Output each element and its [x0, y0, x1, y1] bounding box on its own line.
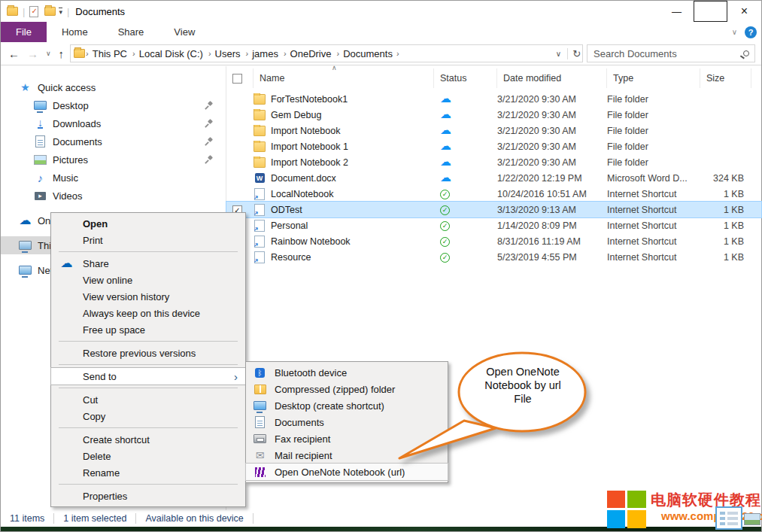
column-header-type[interactable]: Type	[607, 68, 700, 88]
ribbon-collapse-icon[interactable]: ∨	[732, 28, 737, 36]
address-bar[interactable]: › This PC › Local Disk (C:) › Users	[70, 44, 583, 62]
context-menu-item[interactable]	[51, 361, 245, 368]
context-menu-item[interactable]: Always keep on this device	[51, 305, 245, 321]
file-name-cell[interactable]: Resource	[253, 251, 434, 263]
sidebar-item[interactable]: Downloads	[1, 114, 226, 132]
file-row[interactable]: ✓ Resource 5/23/2019 4:55 PM Internet Sh…	[226, 249, 761, 265]
quick-access-toolbar-dropdown-icon[interactable]: ▾	[59, 8, 62, 15]
context-menu-item[interactable]: View version history	[51, 288, 245, 305]
file-row[interactable]: ✓ Rainbow Notebook 8/31/2016 11:19 AM In…	[226, 233, 761, 249]
select-all-checkbox[interactable]	[226, 68, 253, 88]
date-modified-cell: 3/21/2020 9:30 AM	[497, 141, 607, 152]
send-to-menu-item[interactable]: Compressed (zipped) folder	[246, 381, 448, 397]
context-menu-item[interactable]	[51, 338, 245, 345]
file-row[interactable]: ✓ ForTestNotebook1 3/21/2020 9:30 AM Fil…	[226, 91, 761, 107]
sidebar-item[interactable]: Quick access	[1, 78, 226, 96]
send-to-menu-item[interactable]: Desktop (create shortcut)	[246, 397, 448, 414]
type-cell: File folder	[607, 141, 700, 152]
breadcrumb-item[interactable]: Documents	[340, 48, 396, 59]
send-to-menu-item[interactable]: Documents	[246, 414, 448, 430]
sort-ascending-icon[interactable]: ∧	[332, 64, 337, 71]
context-menu-item[interactable]: Create shortcut	[51, 431, 245, 448]
submenu-arrow-icon: ›	[234, 370, 238, 383]
sidebar-item[interactable]: Documents	[1, 132, 226, 150]
file-name-cell[interactable]: ODTest	[253, 204, 434, 216]
maximize-button[interactable]	[694, 1, 727, 22]
file-name-cell[interactable]: LocalNotebook	[253, 188, 434, 200]
new-folder-icon[interactable]	[44, 7, 56, 16]
file-name-cell[interactable]: Import Notebook 2	[253, 157, 434, 169]
close-button[interactable]: ×	[727, 1, 761, 22]
context-menu-item[interactable]: View online	[51, 272, 245, 288]
sidebar-item[interactable]: Music	[1, 169, 226, 187]
send-to-menu-item[interactable]: Bluetooth device	[246, 364, 448, 381]
file-row[interactable]: ✓ Import Notebook 2 3/21/2020 9:30 AM Fi…	[226, 154, 761, 170]
back-button[interactable]: ←	[8, 47, 20, 60]
sidebar-item[interactable]: Videos	[1, 187, 226, 205]
send-to-menu-item[interactable]: Open OneNote Notebook (url)	[246, 464, 448, 480]
breadcrumb-chevron-icon: ›	[396, 49, 400, 58]
search-input[interactable]	[587, 45, 754, 62]
context-menu-item[interactable]: Properties	[51, 488, 245, 504]
ribbon-tab[interactable]: Home	[47, 22, 103, 42]
context-menu-item[interactable]: Cut	[51, 391, 245, 408]
file-row[interactable]: ✓ Import Notebook 3/21/2020 9:30 AM File…	[226, 123, 761, 138]
forward-button[interactable]: →	[27, 47, 38, 60]
file-row[interactable]: ✓ ODTest 3/13/2020 9:13 AM Internet Shor…	[226, 202, 761, 217]
up-button[interactable]: ↑	[59, 47, 65, 60]
breadcrumb-item[interactable]: Users	[212, 48, 244, 59]
address-dropdown-icon[interactable]: ∨	[556, 50, 561, 58]
send-to-menu-item[interactable]: Mail recipient	[246, 447, 448, 464]
column-header-size[interactable]: Size	[700, 68, 751, 88]
menu-item-label: Restore previous versions	[83, 348, 196, 359]
search-box[interactable]	[587, 44, 755, 62]
file-name-cell[interactable]: Rainbow Notebook	[253, 236, 434, 248]
send-to-menu-item[interactable]: Fax recipient	[246, 430, 448, 447]
breadcrumb-item[interactable]: Local Disk (C:)	[136, 48, 206, 59]
sidebar-item[interactable]: Pictures	[1, 150, 226, 169]
breadcrumb-item[interactable]: OneDrive	[287, 48, 335, 59]
file-row[interactable]: ✓ Import Notebook 1 3/21/2020 9:30 AM Fi…	[226, 138, 761, 154]
search-icon[interactable]	[743, 50, 749, 56]
file-row[interactable]: ✓ Gem Debug 3/21/2020 9:30 AM File folde…	[226, 107, 761, 123]
context-menu-item[interactable]: Restore previous versions	[51, 345, 245, 361]
context-menu-item[interactable]: Free up space	[51, 321, 245, 338]
context-menu-item[interactable]	[51, 248, 245, 255]
file-name-cell[interactable]: Import Notebook 1	[253, 141, 434, 153]
column-header-date[interactable]: Date modified	[497, 68, 607, 88]
column-header-status[interactable]: Status	[434, 68, 497, 88]
ribbon-tab-label: Share	[118, 26, 144, 38]
recent-locations-icon[interactable]: ∨	[46, 50, 51, 57]
breadcrumb-item[interactable]: This PC	[90, 48, 130, 59]
context-menu-item[interactable]: Rename	[51, 464, 245, 481]
context-menu-item[interactable]: Send to ›	[51, 368, 245, 385]
type-cell: File folder	[607, 157, 700, 168]
ribbon-tab[interactable]: View	[159, 22, 210, 42]
breadcrumb-item[interactable]: james	[249, 48, 281, 59]
file-name-cell[interactable]: Import Notebook	[253, 125, 434, 137]
size-cell: 1 KB	[700, 205, 751, 215]
file-name-cell[interactable]: ForTestNotebook1	[253, 93, 434, 105]
context-menu-item[interactable]: Delete	[51, 448, 245, 464]
context-menu-item[interactable]	[51, 385, 245, 391]
ribbon-tab[interactable]: File	[1, 22, 47, 42]
help-icon[interactable]: ?	[745, 26, 757, 38]
file-row[interactable]: ✓ Document.docx 1/22/2020 12:19 PM Micro…	[226, 170, 761, 186]
properties-icon[interactable]	[29, 6, 38, 17]
file-name-cell[interactable]: Document.docx	[253, 172, 434, 184]
file-row[interactable]: ✓ LocalNotebook 10/24/2016 10:51 AM Inte…	[226, 186, 761, 202]
context-menu-item[interactable]	[51, 424, 245, 431]
refresh-icon[interactable]: ↻	[567, 48, 581, 59]
file-row[interactable]: ✓ Personal 1/14/2020 8:09 PM Internet Sh…	[226, 217, 761, 233]
file-name-cell[interactable]: Gem Debug	[253, 109, 434, 121]
column-header-name[interactable]: Name	[253, 68, 434, 88]
file-name-cell[interactable]: Personal	[253, 220, 434, 232]
sidebar-item[interactable]: Desktop	[1, 96, 226, 114]
minimize-button[interactable]: —	[660, 1, 694, 22]
context-menu-item[interactable]: Copy	[51, 408, 245, 424]
context-menu-item[interactable]: Open	[51, 215, 245, 232]
context-menu-item[interactable]	[51, 481, 245, 488]
context-menu-item[interactable]: Print	[51, 232, 245, 248]
ribbon-tab[interactable]: Share	[103, 22, 159, 42]
context-menu-item[interactable]: Share	[51, 255, 245, 272]
